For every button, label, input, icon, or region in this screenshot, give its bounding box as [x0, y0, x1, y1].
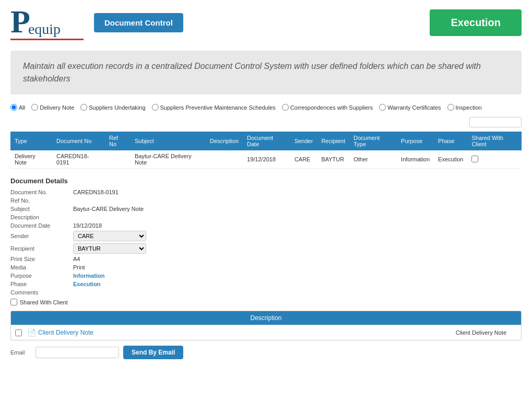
shared-with-client-checkbox[interactable]	[10, 299, 17, 305]
filter-delivery-note-label: Delivery Note	[40, 104, 74, 111]
filter-correspondences[interactable]: Correspondences with Suppliers	[282, 104, 373, 111]
email-input[interactable]	[36, 347, 119, 358]
detail-phase-row: Phase Execution	[10, 281, 522, 287]
shared-with-client-label: Shared With Client	[20, 299, 68, 305]
sender-select[interactable]: CARE BAYTUR Other	[73, 231, 146, 241]
filter-all[interactable]: All	[10, 104, 25, 111]
row-ref-no	[105, 150, 131, 169]
filter-search	[469, 117, 522, 127]
logo-equip: equip	[28, 21, 61, 38]
filter-all-label: All	[19, 104, 25, 111]
detail-phase-label: Phase	[10, 281, 73, 287]
detail-recipient-dropdown[interactable]: BAYTUR CARE Other	[73, 243, 146, 254]
description-table: Description 📄 Client Delivery Note Clien…	[10, 311, 522, 340]
filter-inspection[interactable]: Inspection	[447, 104, 482, 111]
detail-recipient-row: Recipient BAYTUR CARE Other	[10, 243, 522, 254]
document-details-title: Document Details	[10, 177, 522, 185]
table-row[interactable]: Delivery Note CAREDN18-0191 Baytur-CARE …	[10, 150, 522, 169]
description-table-row: 📄 Client Delivery Note Client Delivery N…	[11, 325, 521, 340]
col-sender: Sender	[290, 132, 317, 150]
detail-purpose-row: Purpose Information	[10, 273, 522, 279]
documents-table: Type Document No Ref No Subject Descript…	[10, 132, 522, 169]
col-phase: Phase	[434, 132, 467, 150]
detail-subject-row: Subject Baytur-CARE Delivery Note	[10, 206, 522, 212]
col-description: Description	[206, 132, 243, 150]
pdf-icon: 📄	[27, 328, 36, 337]
detail-phase-value: Execution	[73, 281, 101, 287]
recipient-select[interactable]: BAYTUR CARE Other	[73, 243, 146, 254]
description-table-header: Description	[11, 311, 521, 325]
row-document-type: Other	[349, 150, 397, 169]
col-subject: Subject	[131, 132, 206, 150]
send-by-email-button[interactable]: Send By Email	[123, 346, 183, 359]
detail-media-value: Print	[73, 264, 85, 270]
email-label: Email	[10, 349, 31, 356]
detail-comments-label: Comments	[10, 289, 73, 296]
tagline-text: Maintain all execution records in a cent…	[23, 60, 509, 85]
detail-doc-date-label: Document Date	[10, 222, 73, 229]
detail-doc-date-value: 19/12/2018	[73, 222, 102, 229]
row-subject: Baytur-CARE Delivery Note	[131, 150, 206, 169]
detail-print-size-row: Print Size A4	[10, 256, 522, 262]
detail-comments-row: Comments	[10, 289, 522, 296]
detail-subject-value: Baytur-CARE Delivery Note	[73, 206, 144, 212]
desc-file-name: Client Delivery Note	[38, 329, 93, 336]
doc-control-button[interactable]: Document Control	[94, 13, 183, 32]
filter-warranty[interactable]: Warranty Certificates	[379, 104, 441, 111]
execution-badge: Execution	[430, 9, 522, 36]
logo-area: P equip Document Control	[10, 5, 183, 40]
filter-suppliers-pm-label: Suppliers Preventive Maintenance Schedul…	[160, 104, 276, 111]
row-document-date: 19/12/2018	[243, 150, 290, 169]
detail-description-label: Description	[10, 214, 73, 220]
detail-subject-label: Subject	[10, 206, 73, 212]
row-shared	[467, 150, 522, 169]
detail-sender-dropdown[interactable]: CARE BAYTUR Other	[73, 231, 146, 241]
logo-underline	[10, 39, 84, 40]
filter-warranty-label: Warranty Certificates	[387, 104, 441, 111]
row-sender: CARE	[290, 150, 317, 169]
row-shared-checkbox[interactable]	[471, 156, 478, 162]
detail-sender-row: Sender CARE BAYTUR Other	[10, 231, 522, 241]
search-input[interactable]	[469, 117, 522, 127]
col-document-type: Document Type	[349, 132, 397, 150]
col-document-no: Document No	[52, 132, 105, 150]
col-ref-no: Ref No	[105, 132, 131, 150]
detail-description-row: Description	[10, 214, 522, 220]
tagline-section: Maintain all execution records in a cent…	[10, 51, 522, 95]
detail-purpose-value: Information	[73, 273, 105, 279]
row-document-no: CAREDN18-0191	[52, 150, 105, 169]
header: P equip Document Control Execution	[0, 0, 532, 45]
filter-correspondences-label: Correspondences with Suppliers	[290, 104, 373, 111]
detail-document-no-label: Document No.	[10, 189, 73, 195]
col-purpose: Purpose	[397, 132, 434, 150]
detail-ref-no-label: Ref No.	[10, 197, 73, 204]
detail-purpose-label: Purpose	[10, 273, 73, 279]
detail-media-row: Media Print	[10, 264, 522, 270]
col-document-date: Document Date	[243, 132, 290, 150]
detail-recipient-label: Recipient	[10, 245, 73, 252]
row-description	[206, 150, 243, 169]
desc-description: Client Delivery Note	[269, 329, 517, 336]
logo: P equip	[10, 5, 84, 40]
logo-p: P	[10, 5, 30, 38]
row-purpose: Information	[397, 150, 434, 169]
col-type: Type	[10, 132, 52, 150]
filter-row: All Delivery Note Suppliers Undertaking …	[0, 100, 532, 132]
row-recipient: BAYTUR	[317, 150, 349, 169]
desc-file-link[interactable]: 📄 Client Delivery Note	[27, 328, 264, 337]
shared-with-client-row: Shared With Client	[10, 299, 522, 305]
filter-suppliers-undertaking[interactable]: Suppliers Undertaking	[80, 104, 145, 111]
filter-suppliers-undertaking-label: Suppliers Undertaking	[89, 104, 145, 111]
detail-print-size-label: Print Size	[10, 256, 73, 262]
filter-inspection-label: Inspection	[456, 104, 482, 111]
row-phase: Execution	[434, 150, 467, 169]
detail-print-size-value: A4	[73, 256, 80, 262]
detail-sender-label: Sender	[10, 233, 73, 239]
filter-delivery-note[interactable]: Delivery Note	[31, 104, 74, 111]
email-row: Email Send By Email	[10, 346, 522, 359]
detail-document-no-row: Document No. CAREDN18-0191	[10, 189, 522, 195]
detail-ref-no-row: Ref No.	[10, 197, 522, 204]
detail-media-label: Media	[10, 264, 73, 270]
filter-suppliers-pm[interactable]: Suppliers Preventive Maintenance Schedul…	[152, 104, 276, 111]
desc-row-checkbox[interactable]	[15, 329, 22, 336]
